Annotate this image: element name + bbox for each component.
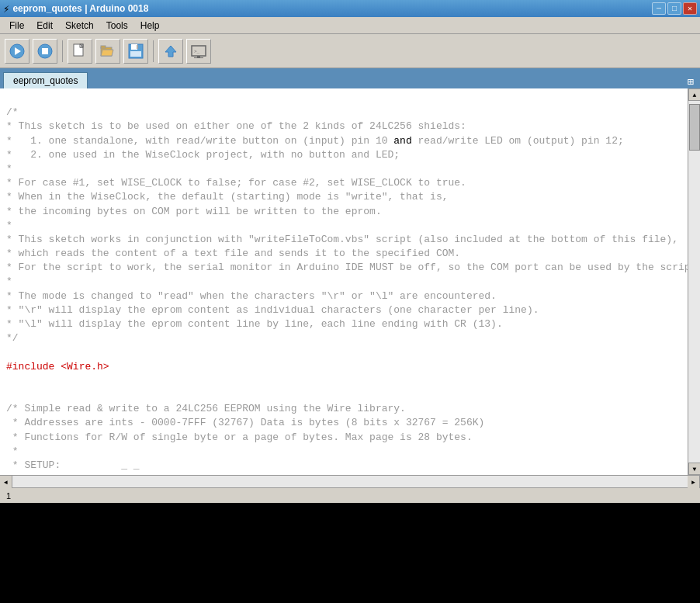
svg-rect-16 — [194, 57, 203, 58]
svg-rect-11 — [130, 51, 141, 57]
scroll-up-arrow[interactable]: ▲ — [688, 88, 700, 101]
close-button[interactable]: ✕ — [683, 2, 697, 15]
status-text: 1 — [6, 491, 11, 501]
serial-monitor-button[interactable]: >_ — [186, 39, 211, 64]
new-button[interactable] — [68, 39, 92, 64]
open-icon — [99, 43, 116, 60]
svg-rect-3 — [42, 48, 48, 54]
upload-button[interactable] — [158, 39, 183, 64]
maximize-button[interactable]: □ — [667, 2, 681, 15]
title-bar: ⚡ eeprom_quotes | Arduino 0018 ─ □ ✕ — [0, 0, 700, 17]
menu-help[interactable]: Help — [134, 19, 166, 33]
hscroll-track[interactable] — [12, 476, 688, 487]
svg-rect-10 — [131, 44, 137, 50]
horizontal-scrollbar[interactable]: ◄ ► — [0, 475, 700, 487]
title-bar-controls: ─ □ ✕ — [652, 2, 697, 15]
menu-tools[interactable]: Tools — [100, 19, 134, 33]
toolbar: >_ — [0, 34, 700, 68]
menu-file[interactable]: File — [3, 19, 30, 33]
scroll-thumb[interactable] — [689, 104, 700, 151]
serial-icon: >_ — [190, 43, 207, 60]
save-button[interactable] — [123, 39, 148, 64]
vertical-scrollbar[interactable]: ▲ ▼ — [688, 88, 700, 475]
scroll-down-arrow[interactable]: ▼ — [688, 463, 700, 475]
scroll-left-arrow[interactable]: ◄ — [0, 476, 12, 488]
title-bar-text: eeprom_quotes | Arduino 0018 — [12, 3, 148, 14]
svg-rect-15 — [197, 56, 200, 57]
upload-icon — [162, 43, 179, 60]
status-bar: 1 — [0, 487, 700, 503]
stop-icon — [37, 43, 53, 59]
tab-bar: eeprom_quotes ⊞ — [0, 68, 700, 88]
svg-rect-7 — [101, 46, 106, 48]
toolbar-separator-1 — [62, 40, 63, 62]
svg-text:>_: >_ — [194, 49, 200, 54]
minimize-button[interactable]: ─ — [652, 2, 666, 15]
tab-label: eeprom_quotes — [13, 75, 78, 86]
menu-edit[interactable]: Edit — [30, 19, 59, 33]
save-icon — [127, 43, 144, 60]
run-button[interactable] — [5, 39, 29, 64]
title-bar-left: ⚡ eeprom_quotes | Arduino 0018 — [3, 2, 148, 16]
svg-rect-12 — [137, 45, 138, 49]
menu-sketch[interactable]: Sketch — [59, 19, 100, 33]
stop-button[interactable] — [33, 39, 57, 64]
tab-eeprom-quotes[interactable]: eeprom_quotes — [3, 72, 88, 88]
tab-expand-icon[interactable]: ⊞ — [688, 75, 694, 88]
scroll-track[interactable] — [688, 101, 700, 463]
black-area — [0, 503, 700, 569]
svg-marker-8 — [101, 50, 113, 56]
menu-bar: File Edit Sketch Tools Help — [0, 17, 700, 34]
code-area[interactable]: /* * This sketch is to be used on either… — [0, 88, 688, 475]
open-button[interactable] — [95, 39, 120, 64]
scroll-right-arrow[interactable]: ► — [688, 476, 700, 488]
app-icon: ⚡ — [3, 2, 9, 16]
run-icon — [9, 43, 25, 59]
toolbar-separator-2 — [153, 40, 154, 62]
editor-scroll[interactable]: /* * This sketch is to be used on either… — [0, 88, 688, 475]
editor-container: /* * This sketch is to be used on either… — [0, 88, 700, 475]
svg-marker-13 — [165, 46, 176, 57]
new-icon — [71, 43, 88, 60]
